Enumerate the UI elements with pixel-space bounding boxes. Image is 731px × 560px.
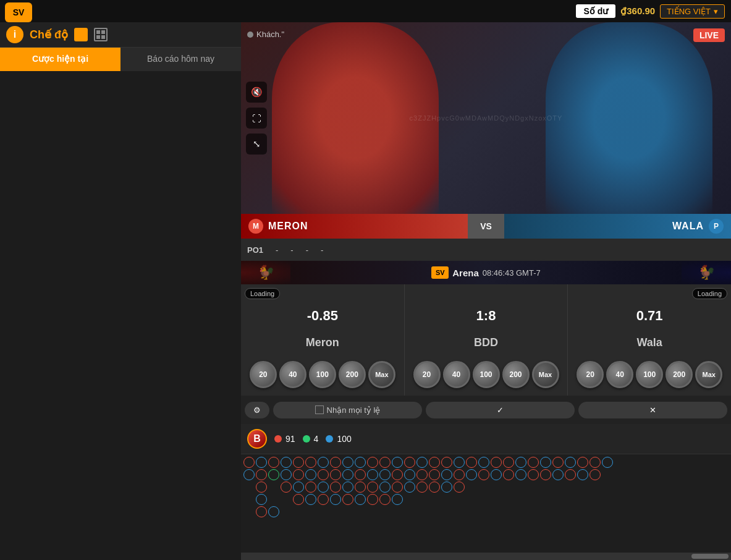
chip-20-meron[interactable]: 20 [250, 361, 277, 388]
dot-cell [367, 469, 378, 480]
wala-chips: 20 40 100 200 Max [577, 361, 722, 388]
meron-bet-name: Meron [306, 336, 339, 349]
scrollbar-bottom[interactable] [241, 553, 731, 560]
video-controls: 🔇 ⛶ ⤡ [246, 82, 267, 155]
tab-bao-cao-hom-nay[interactable]: Báo cáo hôm nay [120, 48, 241, 71]
video-stream: c3ZJZHpvcG0wMDAwMDQyNDgxNzoxOTY [241, 22, 731, 214]
chip-20-bdd[interactable]: 20 [413, 361, 441, 388]
scrollbar-thumb[interactable] [691, 554, 729, 559]
chip-max-wala[interactable]: Max [695, 361, 722, 388]
dot-cell [293, 482, 304, 493]
dot-cell [379, 469, 391, 480]
dot-cell [404, 469, 415, 480]
dot-cell [256, 469, 267, 480]
dot-cell [392, 482, 403, 493]
chip-200-meron[interactable]: 200 [339, 361, 366, 388]
dot-red-icon [274, 435, 282, 443]
po-bar: PO1 - - - - [241, 239, 731, 261]
dot-cell [256, 506, 267, 517]
dot-cell [441, 457, 452, 468]
meron-name: MERON [268, 221, 308, 232]
dot-green-icon [303, 435, 310, 443]
info-icon[interactable]: i [6, 26, 23, 43]
dot-cell [379, 457, 391, 468]
chip-200-bdd[interactable]: 200 [502, 361, 530, 388]
chip-200-wala[interactable]: 200 [666, 361, 693, 388]
live-badge: LIVE [693, 28, 725, 42]
history-area: B 91 4 100 [241, 424, 731, 560]
dot-cell [268, 494, 279, 505]
dot-cell [589, 469, 601, 480]
dot-cell [330, 457, 341, 468]
po-val-4: - [321, 245, 323, 255]
dot-cell [256, 482, 267, 493]
chip-100-meron[interactable]: 100 [309, 361, 336, 388]
chip-max-meron[interactable]: Max [368, 361, 395, 388]
dot-cell [503, 457, 514, 468]
rooster-right-icon: 🐓 [682, 261, 731, 284]
dot-cell [404, 457, 415, 468]
po-val-2: - [290, 245, 293, 255]
dot-cell [515, 457, 526, 468]
arena-time: 08:46:43 GMT-7 [483, 268, 541, 278]
screen-icon[interactable]: ⛶ [246, 108, 267, 129]
dot-cell [565, 469, 576, 480]
dot-cell [379, 494, 391, 505]
chip-20-wala[interactable]: 20 [577, 361, 604, 388]
dot-cell [243, 482, 255, 493]
dot-cell [355, 482, 366, 493]
language-selector[interactable]: TIẾNG VIỆT ▾ [660, 4, 725, 19]
dots-row-5 [243, 506, 729, 517]
score-blue: 100 [326, 434, 351, 444]
nhap-checkbox[interactable] [315, 405, 324, 414]
tab-cuoc-hien-tai[interactable]: Cược hiện tại [0, 48, 120, 71]
arena-sv-logo: SV [431, 266, 449, 279]
dot-cell [330, 482, 341, 493]
dot-cell [256, 457, 267, 468]
chip-100-wala[interactable]: 100 [636, 361, 663, 388]
dot-cell [342, 469, 353, 480]
arena-title: Arena [452, 268, 479, 278]
dot-cell [318, 482, 329, 493]
mode-orange-icon[interactable] [74, 28, 88, 41]
chip-40-meron[interactable]: 40 [279, 361, 306, 388]
volume-icon[interactable]: 🔇 [246, 82, 267, 103]
history-header: B 91 4 100 [241, 424, 731, 454]
dot-cell [330, 494, 341, 505]
cancel-button[interactable]: ✕ [578, 402, 727, 418]
chip-max-bdd[interactable]: Max [532, 361, 559, 388]
dot-cell [281, 482, 292, 493]
dot-cell [577, 457, 588, 468]
dot-cell [293, 494, 304, 505]
fullscreen-icon[interactable]: ⤡ [246, 134, 267, 155]
mode-grid-icon[interactable] [94, 28, 108, 41]
dot-cell [491, 469, 502, 480]
watermark: c3ZJZHpvcG0wMDAwMDQyNDgxNzoxOTY [410, 114, 563, 122]
chip-40-wala[interactable]: 40 [606, 361, 633, 388]
wala-loading-badge: Loading [692, 288, 727, 299]
dot-cell [589, 457, 601, 468]
language-label: TIẾNG VIỆT [667, 7, 711, 16]
close-icon: ✕ [649, 405, 656, 415]
dot-cell [243, 494, 255, 505]
dot-cell [491, 457, 502, 468]
dot-cell [429, 457, 440, 468]
dot-cell [416, 457, 428, 468]
meron-chips: 20 40 100 200 Max [250, 361, 395, 388]
chip-40-bdd[interactable]: 40 [443, 361, 470, 388]
guest-label: Khách." [247, 30, 284, 39]
dot-cell [416, 482, 428, 493]
nhap-ratio-wrap[interactable]: Nhận mọi tỷ lệ [273, 402, 422, 418]
dot-cell [268, 469, 279, 480]
dot-cell [355, 457, 366, 468]
bet-col-meron: Loading -0.85 Meron 20 40 100 200 Max [241, 284, 405, 396]
confirm-button[interactable]: ✓ [426, 402, 575, 418]
dot-cell [293, 457, 304, 468]
rooster-left-icon: 🐓 [241, 261, 290, 284]
po-val-1: - [276, 245, 278, 255]
dot-cell [367, 494, 378, 505]
dot-blue-icon [326, 435, 333, 443]
site-logo[interactable]: SV [5, 2, 32, 22]
chip-100-bdd[interactable]: 100 [473, 361, 500, 388]
settings-button[interactable]: ⚙ [245, 402, 269, 418]
